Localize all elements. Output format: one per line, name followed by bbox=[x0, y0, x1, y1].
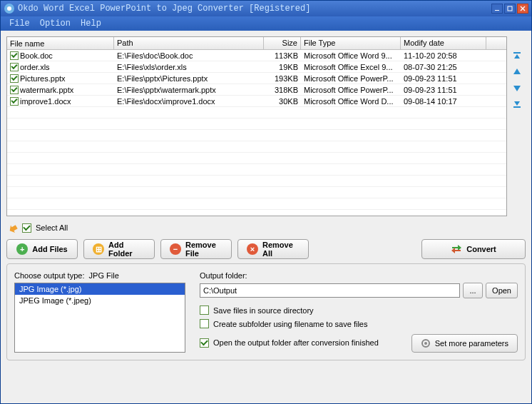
svg-point-7 bbox=[424, 342, 427, 345]
output-type-listbox[interactable]: JPG Image (*.jpg)JPEG Image (*.jpeg) bbox=[14, 283, 185, 353]
create-subfolder-label: Create subfolder using filename to save … bbox=[213, 320, 367, 328]
menu-help[interactable]: Help bbox=[76, 17, 106, 30]
action-buttons: +Add Files ⊞Add Folder −Remove File ×Rem… bbox=[6, 239, 526, 259]
cell-type: Microsoft Office PowerP... bbox=[301, 86, 401, 94]
app-icon bbox=[4, 3, 15, 14]
main-window: Okdo Word Excel PowerPoint to Jpeg Conve… bbox=[0, 0, 532, 404]
empty-row bbox=[7, 130, 506, 141]
cell-path: E:\Files\docx\improve1.docx bbox=[114, 97, 264, 106]
window-title: Okdo Word Excel PowerPoint to Jpeg Conve… bbox=[18, 4, 491, 14]
cell-path: E:\Files\pptx\Pictures.pptx bbox=[114, 74, 264, 83]
list-item[interactable]: JPEG Image (*.jpeg) bbox=[15, 295, 185, 306]
select-all-label: Select All bbox=[36, 223, 68, 232]
col-header-size[interactable]: Size bbox=[264, 37, 301, 49]
set-more-parameters-button[interactable]: Set more parameters bbox=[411, 334, 518, 353]
cell-type: Microsoft Office Word 9... bbox=[301, 51, 401, 60]
maximize-button[interactable] bbox=[504, 4, 516, 14]
output-folder-input[interactable] bbox=[200, 283, 460, 298]
add-icon: + bbox=[16, 243, 28, 255]
empty-row bbox=[7, 153, 506, 164]
cell-type: Microsoft Office PowerP... bbox=[301, 74, 401, 83]
move-bottom-icon[interactable] bbox=[510, 96, 524, 111]
col-header-date[interactable]: Modify date bbox=[401, 37, 486, 49]
folder-icon: ⊞ bbox=[93, 243, 104, 255]
cell-size: 113KB bbox=[264, 51, 301, 60]
move-top-icon[interactable] bbox=[510, 49, 524, 64]
open-folder-button[interactable]: Open bbox=[486, 283, 518, 298]
cell-path: E:\Files\doc\Book.doc bbox=[114, 51, 264, 60]
cell-type: Microsoft Office Word D... bbox=[301, 97, 401, 106]
add-files-button[interactable]: +Add Files bbox=[6, 239, 78, 259]
row-checkbox[interactable] bbox=[10, 51, 19, 60]
col-header-path[interactable]: Path bbox=[114, 37, 264, 49]
titlebar: Okdo Word Excel PowerPoint to Jpeg Conve… bbox=[1, 1, 531, 16]
output-folder-section: Output folder: ... Open Save files in so… bbox=[200, 271, 518, 353]
remove-file-button[interactable]: −Remove File bbox=[160, 239, 232, 259]
content-area: File name Path Size File Type Modify dat… bbox=[1, 31, 531, 403]
menu-option[interactable]: Option bbox=[36, 17, 75, 30]
table-row[interactable]: order.xls E:\Files\xls\order.xls 19KB Mi… bbox=[7, 61, 506, 73]
select-all-row: Select All bbox=[6, 221, 526, 235]
col-header-name[interactable]: File name bbox=[7, 37, 114, 49]
select-all-checkbox[interactable] bbox=[22, 223, 31, 233]
table-row[interactable]: improve1.docx E:\Files\docx\improve1.doc… bbox=[7, 96, 506, 107]
menubar: File Option Help bbox=[1, 16, 531, 31]
cell-date: 11-10-20 20:58 bbox=[401, 51, 486, 60]
open-after-checkbox[interactable] bbox=[200, 338, 209, 348]
cell-name: order.xls bbox=[20, 63, 50, 71]
empty-row bbox=[7, 187, 506, 198]
cell-size: 30KB bbox=[264, 97, 301, 106]
col-header-type[interactable]: File Type bbox=[301, 37, 401, 49]
empty-row bbox=[7, 118, 506, 130]
svg-point-1 bbox=[7, 6, 11, 11]
file-table: File name Path Size File Type Modify dat… bbox=[6, 36, 507, 216]
cell-path: E:\Files\xls\order.xls bbox=[114, 63, 264, 71]
cell-name: Pictures.pptx bbox=[20, 74, 66, 83]
output-type-section: Choose output type: JPG File JPG Image (… bbox=[14, 271, 185, 353]
minimize-button[interactable] bbox=[491, 4, 503, 14]
save-source-label: Save files in source directory bbox=[213, 306, 314, 315]
add-folder-button[interactable]: ⊞Add Folder bbox=[83, 239, 155, 259]
output-folder-label: Output folder: bbox=[200, 271, 518, 280]
save-source-checkbox[interactable] bbox=[200, 305, 209, 315]
cell-path: E:\Files\pptx\watermark.pptx bbox=[114, 86, 264, 94]
cell-date: 08-07-30 21:25 bbox=[401, 63, 486, 71]
output-type-label: Choose output type: JPG File bbox=[14, 271, 185, 280]
create-subfolder-checkbox[interactable] bbox=[200, 319, 209, 328]
table-row[interactable]: Book.doc E:\Files\doc\Book.doc 113KB Mic… bbox=[7, 50, 506, 61]
table-row[interactable]: Pictures.pptx E:\Files\pptx\Pictures.ppt… bbox=[7, 73, 506, 84]
row-checkbox[interactable] bbox=[10, 74, 19, 83]
close-button[interactable] bbox=[517, 4, 528, 14]
row-checkbox[interactable] bbox=[10, 97, 19, 106]
svg-rect-4 bbox=[513, 52, 521, 54]
browse-button[interactable]: ... bbox=[463, 283, 483, 298]
cell-date: 09-09-23 11:51 bbox=[401, 86, 486, 94]
back-arrow-icon[interactable] bbox=[6, 222, 18, 233]
move-up-icon[interactable] bbox=[510, 65, 524, 79]
bottom-panel: Choose output type: JPG File JPG Image (… bbox=[6, 263, 526, 360]
convert-icon bbox=[451, 245, 462, 253]
empty-row bbox=[7, 198, 506, 210]
empty-row bbox=[7, 176, 506, 187]
cell-name: watermark.pptx bbox=[20, 86, 73, 94]
row-checkbox[interactable] bbox=[10, 86, 19, 94]
remove-all-button[interactable]: ×Remove All bbox=[237, 239, 309, 259]
remove-icon: − bbox=[170, 243, 181, 255]
svg-rect-5 bbox=[513, 106, 521, 108]
cell-size: 19KB bbox=[264, 63, 301, 71]
cell-date: 09-09-23 11:51 bbox=[401, 74, 486, 83]
menu-file[interactable]: File bbox=[5, 17, 34, 30]
cell-name: Book.doc bbox=[20, 51, 53, 60]
cell-date: 09-08-14 10:17 bbox=[401, 97, 486, 106]
row-checkbox[interactable] bbox=[10, 63, 19, 71]
table-row[interactable]: watermark.pptx E:\Files\pptx\watermark.p… bbox=[7, 84, 506, 96]
list-item[interactable]: JPG Image (*.jpg) bbox=[15, 283, 185, 295]
remove-all-icon: × bbox=[247, 243, 258, 255]
table-body: Book.doc E:\Files\doc\Book.doc 113KB Mic… bbox=[7, 50, 506, 216]
gear-icon bbox=[421, 338, 431, 348]
convert-button[interactable]: Convert bbox=[421, 239, 526, 259]
svg-rect-2 bbox=[495, 10, 499, 11]
move-down-icon[interactable] bbox=[510, 81, 524, 95]
svg-rect-3 bbox=[508, 6, 512, 11]
cell-type: Microsoft Office Excel 9... bbox=[301, 63, 401, 71]
